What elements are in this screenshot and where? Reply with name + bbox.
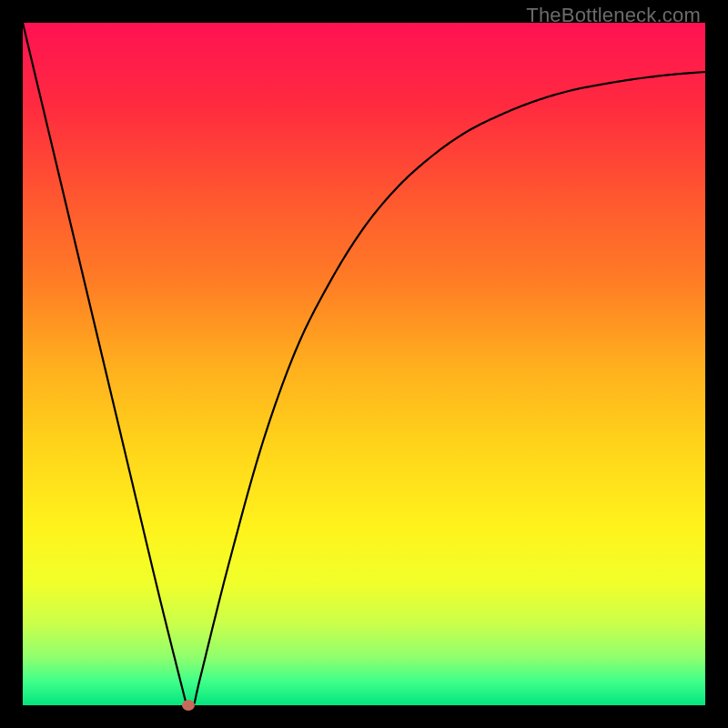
watermark-text: TheBottleneck.com (526, 4, 701, 27)
minimum-marker-dot (182, 700, 195, 711)
bottleneck-curve (23, 23, 705, 705)
curve-layer (23, 23, 705, 705)
chart-frame (23, 23, 705, 705)
